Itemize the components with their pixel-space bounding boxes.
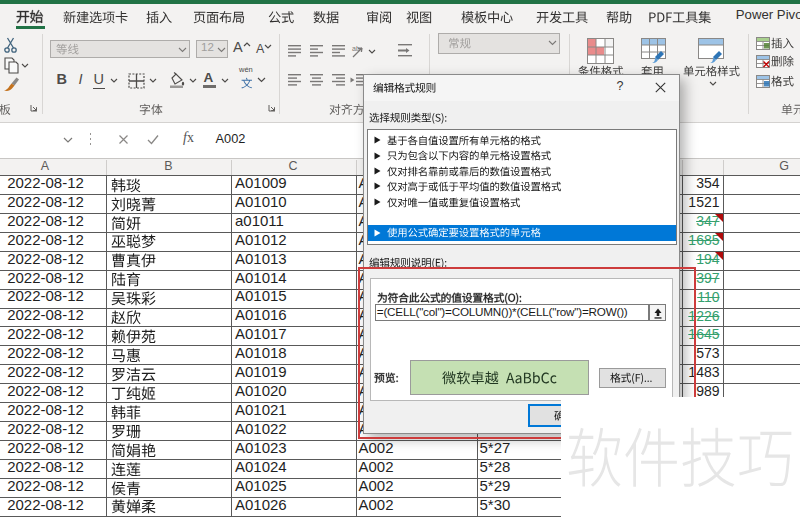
svg-text:ab: ab bbox=[352, 45, 360, 52]
